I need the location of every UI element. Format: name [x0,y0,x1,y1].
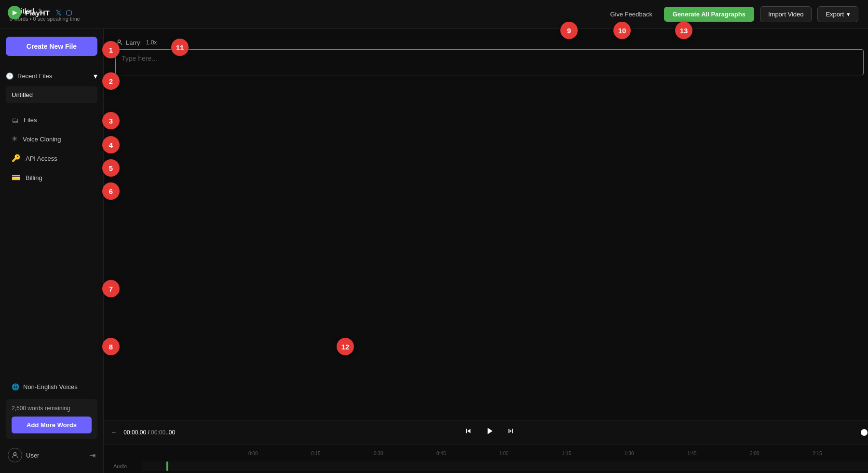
timeline-mark-2: 0:30 [374,451,436,457]
audio-track-label: Audio [113,463,142,469]
audio-track-row: Audio [104,459,868,473]
billing-icon: 💳 [12,173,21,182]
audio-track-marker [166,461,168,471]
sidebar-nav: 🗂 Files ✳ Voice Cloning 🔑 API Access 💳 B… [0,107,103,191]
non-english-voices-item[interactable]: 🌐 Non-English Voices [6,378,97,395]
playht-logo-bar: ▶ PlayHT 𝕏 ⬡ [8,6,72,19]
timeline-mark-3: 0:45 [436,451,499,457]
voice-cloning-icon: ✳ [12,135,18,143]
files-label: Files [24,116,37,124]
import-video-button[interactable]: Import Video [760,6,812,22]
timeline-marks: 0:00 0:15 0:30 0:45 1:00 1:15 1:30 1:45 … [248,451,868,457]
sidebar-item-billing[interactable]: 💳 Billing [6,168,97,187]
create-new-file-button[interactable]: Create New File [6,37,97,56]
playht-logo-text: PlayHT [25,9,50,17]
svg-point-1 [118,40,120,42]
recent-files-label: Recent Files [17,72,52,80]
svg-point-0 [14,453,16,455]
timeline-mark-8: 2:00 [750,451,813,457]
recent-files-header[interactable]: 🕐 Recent Files ▾ [6,68,97,84]
playback-time: 00:00.00 / 00:00..00 [123,429,175,436]
skip-back-button[interactable] [462,425,475,440]
topbar: Untitled ✎ 0 words • 0 sec speaking time… [0,0,868,29]
time-slash: / [148,429,149,436]
timeline-mark-5: 1:15 [562,451,624,457]
timeline-mark-4: 1:00 [499,451,562,457]
export-button[interactable]: Export ▾ [817,6,858,22]
timeline-mark-0: 0:00 [248,451,311,457]
words-remaining-text: 2,500 words remaining [12,405,92,412]
paragraph-block: Larry 1.0x [115,39,864,77]
timeline-mark-9: 2:15 [813,451,868,457]
api-access-label: API Access [26,155,57,162]
player-controls [462,424,517,441]
clock-icon: 🕐 [6,72,14,80]
current-time: 00:00 [123,429,138,436]
sidebar-top: Create New File [0,29,103,64]
user-info: User [8,448,39,462]
generate-all-button[interactable]: Generate All Paragraphs [664,7,754,22]
volume-down-icon[interactable]: − [111,428,116,437]
sidebar-bottom: 🌐 Non-English Voices 2,500 words remaini… [0,373,103,473]
key-icon: 🔑 [12,154,21,163]
player-bar: − 00:00.00 / 00:00..00 [104,420,868,444]
recent-file-item[interactable]: Untitled [6,86,97,103]
sidebar-item-api-access[interactable]: 🔑 API Access [6,149,97,167]
skip-forward-button[interactable] [504,425,517,440]
total-ms: .00 [167,429,175,436]
timeline-ruler: 0:00 0:15 0:30 0:45 1:00 1:15 1:30 1:45 … [104,445,868,459]
timeline-mark-6: 1:30 [624,451,687,457]
main-layout: Create New File 🕐 Recent Files ▾ Untitle… [0,29,868,473]
play-pause-button[interactable] [482,424,497,441]
folder-icon: 🗂 [12,116,19,124]
playht-logo-icon: ▶ [8,6,21,19]
timeline-mark-7: 1:45 [687,451,750,457]
feedback-button[interactable]: Give Feedback [604,8,658,21]
recent-files-section: 🕐 Recent Files ▾ Untitled [0,64,103,107]
paragraph-header: Larry 1.0x [115,39,864,46]
paragraph-text-input[interactable] [115,49,864,75]
user-row: User ⇥ [6,443,97,467]
export-label: Export [826,11,844,18]
discord-icon[interactable]: ⬡ [66,8,72,17]
voice-selector[interactable]: Larry [115,39,140,46]
sidebar-item-voice-cloning[interactable]: ✳ Voice Cloning [6,130,97,148]
total-time: 00:00 [151,429,165,436]
export-chevron-icon: ▾ [847,11,850,18]
translate-icon: 🌐 [12,383,19,390]
sidebar-item-files[interactable]: 🗂 Files [6,111,97,129]
paragraph-editor: Larry 1.0x [104,29,868,420]
words-remaining-box: 2,500 words remaining Add More Words [6,399,97,439]
add-more-words-button[interactable]: Add More Words [12,417,92,433]
logout-icon[interactable]: ⇥ [89,451,95,460]
timeline-area: 0:00 0:15 0:30 0:45 1:00 1:15 1:30 1:45 … [104,444,868,473]
topbar-right: Give Feedback Generate All Paragraphs Im… [604,6,858,22]
timeline-mark-1: 0:15 [311,451,374,457]
voice-name-label: Larry [126,39,140,46]
content-area: Larry 1.0x − 00:00.00 / 00:00..00 [104,29,868,473]
volume-indicator [861,429,868,436]
current-ms: 00 [140,429,146,436]
twitter-icon[interactable]: 𝕏 [55,8,62,17]
audio-track-lane[interactable] [142,461,868,471]
chevron-down-icon: ▾ [94,71,97,81]
recent-files-title-group: 🕐 Recent Files [6,72,52,80]
non-english-label: Non-English Voices [23,383,78,390]
username-label: User [26,452,39,459]
billing-label: Billing [26,174,42,181]
voice-speed-badge[interactable]: 1.0x [146,39,157,46]
avatar [8,448,22,462]
sidebar: Create New File 🕐 Recent Files ▾ Untitle… [0,29,104,473]
voice-cloning-label: Voice Cloning [23,136,61,143]
